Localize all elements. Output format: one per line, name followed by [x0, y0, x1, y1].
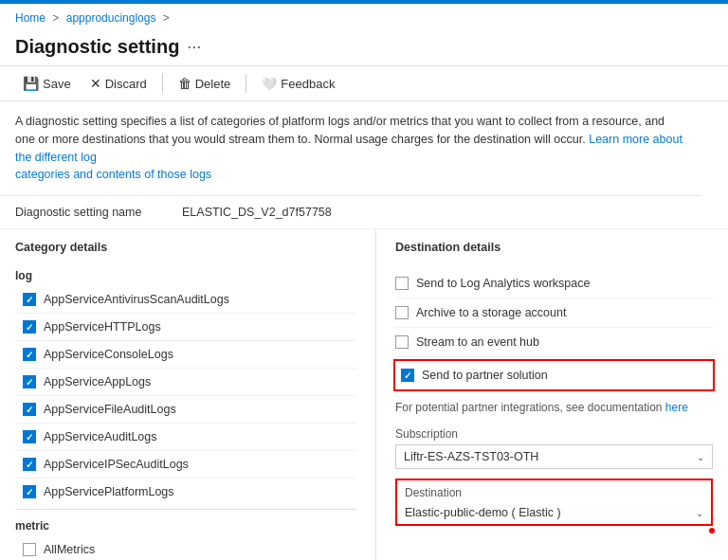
- destination-section: Send to Log Analytics workspace Archive …: [395, 260, 713, 526]
- breadcrumb-app[interactable]: appproducinglogs: [66, 11, 156, 25]
- checkbox-row: AppServiceHTTPLogs: [15, 314, 356, 341]
- label-AppServiceConsole: AppServiceConsoleLogs: [44, 348, 173, 361]
- left-panel: Category details log AppServiceAntivirus…: [15, 229, 375, 560]
- delete-label: Delete: [195, 77, 231, 91]
- checkbox-event-hub[interactable]: [395, 335, 409, 349]
- page-header: Diagnostic setting ···: [0, 32, 728, 65]
- label-AppServiceFile: AppServiceFileAuditLogs: [44, 403, 176, 416]
- description-link2[interactable]: categories and contents of those logs: [15, 168, 211, 181]
- setting-name-value: ELASTIC_DS_V2_d7f57758: [182, 206, 332, 219]
- main-content: Category details log AppServiceAntivirus…: [0, 229, 728, 560]
- checkbox-row: AppServiceAuditLogs: [15, 424, 356, 451]
- checkbox-row-allmetrics: AllMetrics: [15, 536, 356, 560]
- destination-value: Elastic-public-demo ( Elastic ): [405, 506, 561, 519]
- checkbox-partner-solution[interactable]: [401, 369, 414, 382]
- subscription-input[interactable]: Liftr-ES-AZS-TST03-OTH ⌄: [395, 444, 713, 469]
- feedback-label: Feedback: [281, 77, 335, 91]
- label-AppServiceHTTP: AppServiceHTTPLogs: [44, 320, 161, 334]
- checkbox-AppServiceIPSec[interactable]: [23, 458, 36, 471]
- save-label: Save: [43, 77, 71, 91]
- dest-event-hub-row: Stream to an event hub: [395, 328, 713, 357]
- description: A diagnostic setting specifies a list of…: [0, 101, 701, 196]
- subscription-chevron-icon: ⌄: [697, 452, 704, 462]
- toolbar-separator: [162, 74, 163, 93]
- save-icon: 💾: [23, 76, 39, 91]
- checkbox-AppServiceConsole[interactable]: [23, 348, 36, 361]
- toolbar-separator2: [246, 74, 246, 93]
- setting-name-label: Diagnostic setting name: [15, 206, 167, 219]
- checkbox-row: AppServiceAppLogs: [15, 369, 356, 396]
- checkbox-AppServiceHTTP[interactable]: [23, 320, 36, 334]
- feedback-button[interactable]: 🤍 Feedback: [254, 73, 342, 95]
- discard-icon: ✕: [90, 76, 101, 91]
- destination-details-header: Destination details: [395, 229, 713, 260]
- label-AppServiceApp: AppServiceAppLogs: [44, 375, 151, 388]
- breadcrumb-sep1: >: [52, 11, 59, 25]
- breadcrumb-home[interactable]: Home: [15, 11, 46, 25]
- right-panel: Destination details Send to Log Analytic…: [375, 229, 713, 560]
- dest-partner-solution-row: Send to partner solution: [393, 359, 715, 391]
- subscription-value: Liftr-ES-AZS-TST03-OTH: [404, 450, 538, 463]
- checkbox-AppServiceApp[interactable]: [23, 375, 36, 388]
- log-categories-list: AppServiceAntivirusScanAuditLogs AppServ…: [15, 286, 356, 505]
- metric-section: metric AllMetrics: [15, 509, 356, 560]
- setting-name-row: Diagnostic setting name ELASTIC_DS_V2_d7…: [0, 196, 728, 229]
- destination-field-box: Destination Elastic-public-demo ( Elasti…: [395, 479, 713, 526]
- label-storage-account: Archive to a storage account: [416, 306, 566, 319]
- label-AppServiceAntivirus: AppServiceAntivirusScanAuditLogs: [44, 293, 229, 306]
- checkbox-row: AppServiceAntivirusScanAuditLogs: [15, 286, 356, 314]
- checkbox-AllMetrics[interactable]: [23, 543, 36, 556]
- checkbox-log-analytics[interactable]: [395, 277, 409, 290]
- checkbox-AppServiceFile[interactable]: [23, 403, 36, 416]
- partner-info-text: For potential partner integrations, see …: [395, 401, 663, 414]
- delete-button[interactable]: 🗑 Delete: [171, 72, 239, 95]
- label-log-analytics: Send to Log Analytics workspace: [416, 277, 590, 290]
- breadcrumb: Home > appproducinglogs >: [0, 4, 728, 32]
- label-AppServiceAudit: AppServiceAuditLogs: [44, 430, 157, 443]
- page-title: Diagnostic setting: [15, 36, 179, 58]
- checkbox-AppServicePlatform[interactable]: [23, 485, 36, 498]
- partner-info: For potential partner integrations, see …: [395, 393, 713, 418]
- label-partner-solution: Send to partner solution: [422, 369, 548, 382]
- subscription-field: Subscription Liftr-ES-AZS-TST03-OTH ⌄: [395, 427, 713, 469]
- label-event-hub: Stream to an event hub: [416, 335, 539, 349]
- feedback-icon: 🤍: [262, 77, 277, 91]
- discard-button[interactable]: ✕ Discard: [82, 72, 155, 95]
- label-AppServicePlatform: AppServicePlatformLogs: [44, 485, 174, 498]
- checkbox-row: AppServiceConsoleLogs: [15, 341, 356, 369]
- subscription-label: Subscription: [395, 427, 713, 441]
- label-AppServiceIPSec: AppServiceIPSecAuditLogs: [44, 458, 189, 471]
- dest-log-analytics-row: Send to Log Analytics workspace: [395, 269, 713, 298]
- destination-box-label: Destination: [397, 480, 711, 501]
- destination-chevron-icon: ⌄: [696, 508, 703, 518]
- delete-icon: 🗑: [178, 76, 191, 91]
- checkbox-storage-account[interactable]: [395, 306, 409, 319]
- more-options-icon[interactable]: ···: [187, 37, 201, 57]
- partner-info-link[interactable]: here: [665, 401, 688, 414]
- discard-label: Discard: [105, 77, 147, 91]
- metric-section-label: metric: [15, 510, 356, 536]
- checkbox-AppServiceAntivirus[interactable]: [23, 293, 36, 306]
- description-text1: A diagnostic setting specifies a list of…: [15, 115, 664, 146]
- destination-select[interactable]: Elastic-public-demo ( Elastic ) ⌄: [397, 501, 711, 524]
- checkbox-row: AppServiceIPSecAuditLogs: [15, 451, 356, 479]
- checkbox-row: AppServiceFileAuditLogs: [15, 396, 356, 424]
- checkbox-row: AppServicePlatformLogs: [15, 479, 356, 505]
- checkbox-AppServiceAudit[interactable]: [23, 430, 36, 443]
- label-AllMetrics: AllMetrics: [44, 543, 95, 556]
- save-button[interactable]: 💾 Save: [15, 72, 79, 95]
- toolbar: 💾 Save ✕ Discard 🗑 Delete 🤍 Feedback: [0, 65, 728, 101]
- dest-storage-account-row: Archive to a storage account: [395, 298, 713, 328]
- log-section-label: log: [15, 260, 356, 286]
- breadcrumb-sep2: >: [163, 11, 170, 25]
- category-details-header: Category details: [15, 229, 356, 260]
- red-dot: [709, 528, 715, 533]
